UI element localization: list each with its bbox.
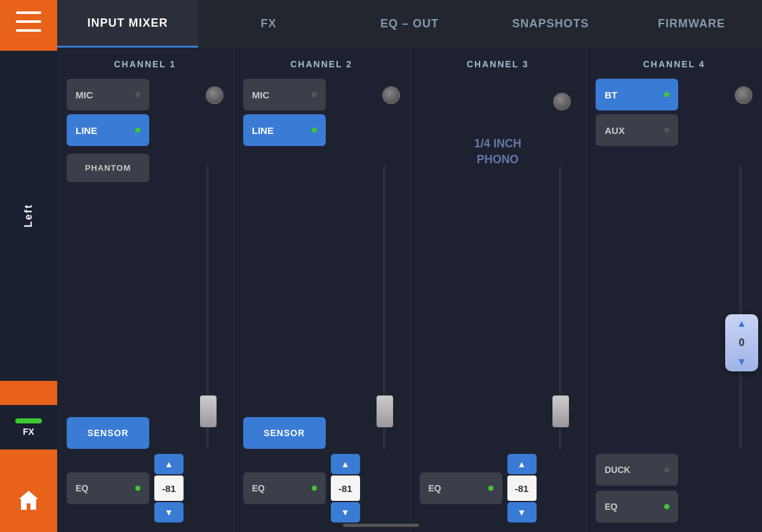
nav-input-mixer[interactable]: INPUT MIXER bbox=[57, 0, 198, 48]
ch1-mic-button[interactable]: MIC bbox=[67, 79, 149, 110]
nav-eq-out[interactable]: EQ – OUT bbox=[339, 0, 480, 48]
channel-4-knob-row: BT AUX bbox=[596, 79, 752, 146]
hamburger-menu[interactable] bbox=[16, 11, 41, 32]
ch4-duck-button[interactable]: DUCK bbox=[596, 454, 678, 486]
ch2-line-label: LINE bbox=[252, 125, 274, 136]
fx-label: FX bbox=[23, 427, 34, 437]
ch2-eq-row: EQ ▲ -81 ▼ bbox=[243, 454, 360, 522]
ch1-eq-row: EQ ▲ -81 ▼ bbox=[67, 454, 184, 522]
ch3-knob[interactable] bbox=[553, 93, 571, 110]
home-button[interactable] bbox=[0, 469, 57, 532]
ch4-eq-button[interactable]: EQ bbox=[596, 491, 678, 522]
ch2-sensor-label: SENSOR bbox=[264, 428, 305, 438]
ch2-sensor-button[interactable]: SENSOR bbox=[243, 417, 326, 449]
left-panel: Left bbox=[0, 51, 57, 381]
ch1-fader-value: -81 bbox=[154, 475, 184, 501]
ch1-fader-widget: ▲ -81 ▼ bbox=[154, 454, 184, 522]
ch1-fader-down[interactable]: ▼ bbox=[154, 502, 184, 522]
ch1-eq-dot bbox=[135, 486, 140, 491]
ch2-mic-label: MIC bbox=[252, 90, 270, 100]
ch4-fader-arrow-down: ▼ bbox=[737, 356, 747, 368]
channel-3-header: CHANNEL 3 bbox=[420, 48, 577, 79]
ch2-bottom: SENSOR EQ ▲ -81 ▼ bbox=[234, 417, 410, 522]
ch4-bt-dot bbox=[664, 92, 669, 97]
scroll-indicator bbox=[343, 524, 419, 527]
left-label: Left bbox=[23, 204, 34, 227]
ch1-fader-up[interactable]: ▲ bbox=[154, 454, 184, 474]
channel-1: CHANNEL 1 MIC LINE PHANTOM bbox=[57, 48, 234, 532]
ch4-fader-arrow-up: ▲ bbox=[737, 318, 747, 329]
ch4-aux-dot bbox=[664, 128, 669, 133]
nav-fx[interactable]: FX bbox=[198, 0, 339, 48]
ch2-fader-value: -81 bbox=[331, 475, 360, 501]
ch4-aux-label: AUX bbox=[605, 125, 625, 136]
channel-2-controls: MIC LINE bbox=[243, 79, 326, 146]
ch4-aux-button[interactable]: AUX bbox=[596, 114, 678, 146]
ch4-duck-dot bbox=[664, 467, 669, 472]
ch3-knob-area bbox=[420, 85, 577, 110]
channel-2-knob-row: MIC LINE bbox=[243, 79, 400, 146]
channel-4: CHANNEL 4 BT AUX ▲ 0 ▼ bbox=[586, 48, 762, 532]
ch3-fader-value: -81 bbox=[507, 475, 537, 501]
main-content: CHANNEL 1 MIC LINE PHANTOM bbox=[57, 48, 762, 532]
ch2-mic-dot bbox=[312, 92, 317, 97]
ch3-eq-row: EQ ▲ -81 ▼ bbox=[420, 454, 537, 522]
ch3-fader-up[interactable]: ▲ bbox=[507, 454, 537, 474]
top-navigation: INPUT MIXER FX EQ – OUT SNAPSHOTS FIRMWA… bbox=[57, 0, 762, 48]
nav-snapshots[interactable]: SNAPSHOTS bbox=[480, 0, 621, 48]
ch3-fader-down[interactable]: ▼ bbox=[507, 502, 537, 522]
ch2-fader-down[interactable]: ▼ bbox=[331, 502, 360, 522]
ch1-sensor-label: SENSOR bbox=[87, 428, 128, 438]
channel-1-header: CHANNEL 1 bbox=[67, 48, 224, 79]
ch2-eq-dot bbox=[312, 486, 317, 491]
ch4-duck-label: DUCK bbox=[605, 465, 630, 475]
ch1-bottom: SENSOR EQ ▲ -81 ▼ bbox=[57, 417, 233, 522]
fx-indicator bbox=[15, 418, 42, 423]
channel-3: CHANNEL 3 1/4 INCHPHONO EQ ▲ -81 ▼ bbox=[410, 48, 587, 532]
channel-2-header: CHANNEL 2 bbox=[243, 48, 400, 79]
channel-1-knob-row: MIC LINE PHANTOM bbox=[67, 79, 224, 182]
ch2-knob[interactable] bbox=[382, 86, 400, 104]
channel-1-controls: MIC LINE PHANTOM bbox=[67, 79, 149, 182]
ch4-fader-center: 0 bbox=[739, 337, 745, 349]
ch2-eq-label: EQ bbox=[252, 483, 265, 493]
ch2-mic-button[interactable]: MIC bbox=[243, 79, 326, 110]
ch4-eq-dot bbox=[664, 504, 669, 509]
ch1-line-label: LINE bbox=[76, 125, 97, 136]
ch1-mic-label: MIC bbox=[76, 90, 93, 100]
nav-firmware[interactable]: FIRMWARE bbox=[621, 0, 762, 48]
ch4-bottom: DUCK EQ bbox=[586, 454, 762, 522]
ch4-bt-label: BT bbox=[605, 90, 617, 100]
ch4-eq-label: EQ bbox=[605, 502, 617, 512]
ch4-bt-button[interactable]: BT bbox=[596, 79, 678, 110]
ch2-fader-up[interactable]: ▲ bbox=[331, 454, 360, 474]
ch4-knob[interactable] bbox=[735, 86, 752, 104]
ch3-bottom: EQ ▲ -81 ▼ bbox=[410, 417, 586, 522]
ch3-phono-label: 1/4 INCHPHONO bbox=[474, 136, 521, 168]
ch1-sensor-button[interactable]: SENSOR bbox=[67, 417, 149, 449]
ch1-line-dot bbox=[135, 128, 140, 133]
ch2-line-button[interactable]: LINE bbox=[243, 114, 326, 146]
ch1-knob[interactable] bbox=[206, 86, 224, 104]
ch3-eq-dot bbox=[488, 486, 493, 491]
ch2-fader-widget: ▲ -81 ▼ bbox=[331, 454, 360, 522]
ch3-eq-label: EQ bbox=[429, 483, 441, 493]
ch1-line-button[interactable]: LINE bbox=[67, 114, 149, 146]
ch1-mic-dot bbox=[135, 92, 140, 97]
ch3-eq-button[interactable]: EQ bbox=[420, 472, 502, 504]
ch4-fader-handle[interactable]: ▲ 0 ▼ bbox=[725, 314, 758, 371]
ch2-line-dot bbox=[312, 128, 317, 133]
fx-button[interactable]: FX bbox=[0, 405, 57, 449]
ch1-phantom-button[interactable]: PHANTOM bbox=[67, 154, 149, 182]
ch4-fader-track bbox=[739, 165, 742, 449]
channel-2: CHANNEL 2 MIC LINE SENSOR bbox=[234, 48, 410, 532]
channel-4-controls: BT AUX bbox=[596, 79, 678, 146]
ch2-eq-button[interactable]: EQ bbox=[243, 472, 326, 504]
ch1-eq-label: EQ bbox=[76, 483, 88, 493]
ch1-eq-button[interactable]: EQ bbox=[67, 472, 149, 504]
ch3-fader-widget: ▲ -81 ▼ bbox=[507, 454, 537, 522]
channel-4-header: CHANNEL 4 bbox=[596, 48, 752, 79]
ch1-phantom-label: PHANTOM bbox=[85, 163, 131, 173]
